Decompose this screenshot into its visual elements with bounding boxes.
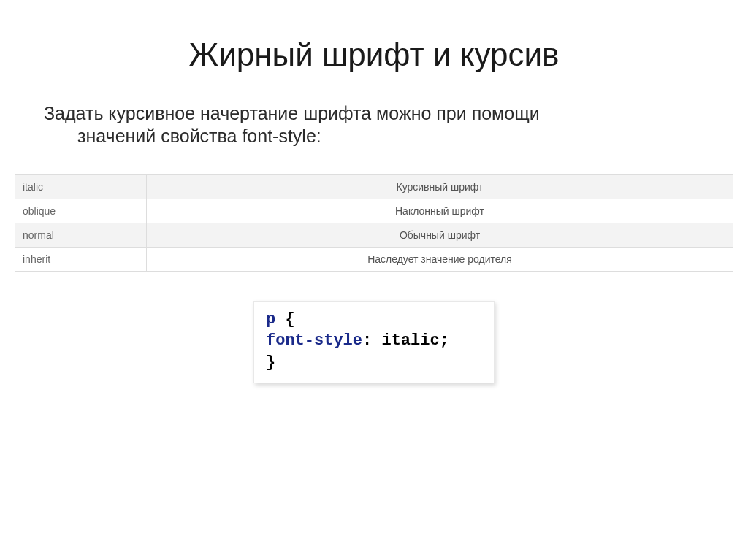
slide-title: Жирный шрифт и курсив — [15, 37, 733, 73]
table-cell-desc: Наследует значение родителя — [147, 247, 733, 271]
font-style-values-table: italic Курсивный шрифт oblique Наклонный… — [15, 174, 733, 272]
table-cell-desc: Наклонный шрифт — [147, 199, 733, 223]
code-semicolon: ; — [440, 331, 449, 350]
intro-paragraph: Задать курсивное начертание шрифта можно… — [44, 102, 643, 148]
intro-line-2: значений свойства font-style: — [44, 125, 643, 147]
table-row: oblique Наклонный шрифт — [15, 199, 733, 223]
table-cell-key: italic — [15, 174, 147, 199]
table-cell-desc: Обычный шрифт — [147, 223, 733, 247]
code-example: p { font-style: italic; } — [253, 301, 495, 383]
table-row: normal Обычный шрифт — [15, 223, 733, 247]
code-selector: p — [266, 310, 275, 329]
table-row: italic Курсивный шрифт — [15, 174, 733, 199]
slide-container: Жирный шрифт и курсив Задать курсивное н… — [0, 0, 748, 560]
table-cell-key: inherit — [15, 247, 147, 271]
intro-line-1: Задать курсивное начертание шрифта можно… — [44, 103, 540, 123]
code-brace-open: { — [285, 310, 294, 329]
table-row: inherit Наследует значение родителя — [15, 247, 733, 271]
table-cell-key: oblique — [15, 199, 147, 223]
table-cell-key: normal — [15, 223, 147, 247]
code-colon: : — [362, 331, 372, 350]
code-brace-close: } — [266, 353, 275, 372]
code-value: italic — [381, 331, 439, 350]
table-cell-desc: Курсивный шрифт — [147, 174, 733, 199]
code-property: font-style — [266, 331, 362, 350]
